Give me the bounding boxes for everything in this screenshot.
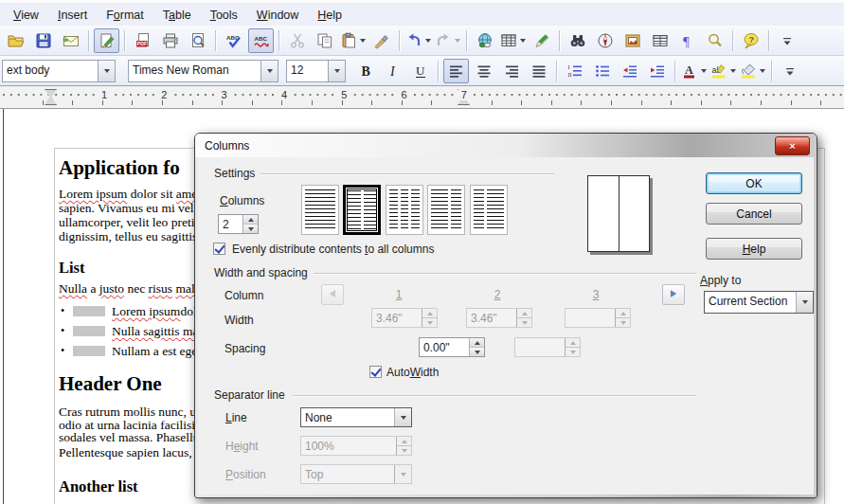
highlighting-button[interactable]: ab [709,59,737,83]
close-button[interactable]: × [775,136,810,155]
dropdown-arrow-icon[interactable] [520,39,526,43]
autowidth-checkbox[interactable] [369,366,382,378]
align-left-button[interactable] [443,59,469,83]
font-size-value[interactable]: 12 [287,61,328,81]
spin-up-icon[interactable] [470,338,484,348]
spin-up-icon[interactable] [243,215,258,225]
paste-button[interactable] [339,28,367,53]
dropdown-arrow-icon[interactable] [425,39,431,43]
hyperlink-button[interactable] [472,28,497,53]
draw-functions-button[interactable] [529,28,554,53]
copy-button[interactable] [312,28,337,53]
bold-button[interactable]: B [352,59,378,83]
settings-group-label: Settings [214,167,255,180]
page-preview-button[interactable] [185,28,210,53]
left-indent-marker[interactable] [45,89,57,105]
evenly-distribute-checkbox[interactable] [213,243,225,255]
spacing-value-1[interactable]: 0.00" [420,338,469,356]
menu-table[interactable]: Table [153,6,201,25]
dropdown-arrow-icon[interactable] [760,69,765,73]
paragraph-style-value[interactable]: ext body [3,61,98,81]
edit-file-button[interactable] [94,28,119,53]
spin-down-icon[interactable] [470,348,484,356]
separator-line-value[interactable]: None [301,408,394,426]
align-center-button[interactable] [471,59,496,83]
zoom-button[interactable] [702,28,727,53]
font-color-button[interactable]: A [680,59,708,83]
cancel-button[interactable]: Cancel [706,203,802,225]
dropdown-arrow-icon[interactable] [360,39,366,43]
decrease-indent-button[interactable] [617,59,642,83]
spacing-spinner-1[interactable]: 0.00" [419,337,485,357]
cancel-button-label: Cancel [736,207,771,221]
field-shading-box [73,346,105,356]
preset-left-wide-button[interactable] [427,185,465,235]
numbered-list-button[interactable]: III [562,59,587,83]
export-pdf-button[interactable]: PDF [130,28,155,53]
background-color-button[interactable] [739,59,766,83]
formatting-marks-button[interactable]: ¶ [674,28,700,53]
preset-two-columns-button[interactable] [343,185,381,235]
dropdown-arrow-icon[interactable] [455,39,460,43]
italic-icon: I [385,63,402,80]
spelling-button[interactable]: ABC [221,28,246,53]
italic-button[interactable]: I [380,59,405,83]
menu-insert[interactable]: Insert [48,6,97,25]
menu-help[interactable]: Help [308,6,351,25]
email-button[interactable] [58,28,83,53]
toolbar-options-button[interactable] [774,28,799,53]
auto-spellcheck-button[interactable]: ABC [248,28,274,53]
bullet-list-button[interactable] [589,59,615,83]
ok-button[interactable]: OK [706,172,802,194]
spin-down-icon[interactable] [243,225,258,233]
chevron-down-icon[interactable] [98,61,115,81]
gallery-button[interactable] [620,28,645,53]
preset-right-wide-button[interactable] [470,185,508,235]
chevron-down-icon[interactable] [260,61,278,81]
columns-count-spinner[interactable]: 2 [218,214,259,234]
insert-table-button[interactable] [499,28,527,53]
group-rule [293,395,696,396]
font-name-value[interactable]: Times New Roman [129,61,260,81]
apply-to-select[interactable]: Current Section [704,291,814,314]
dropdown-arrow-icon[interactable] [730,69,736,73]
columns-count-value[interactable]: 2 [219,215,242,233]
dialog-titlebar[interactable]: Columns × [195,134,817,157]
increase-indent-button[interactable] [644,59,670,83]
document-canvas[interactable]: Application foLorem ipsum dolor sit amet… [0,109,844,504]
preset-three-columns-button[interactable] [386,185,423,235]
paragraph-style-combo[interactable]: ext body [2,60,116,82]
data-sources-button[interactable] [647,28,673,53]
justify-button[interactable] [526,59,551,83]
dropdown-arrow-icon[interactable] [701,69,707,73]
underline-button[interactable]: U [407,59,433,83]
format-paintbrush-button[interactable] [368,28,394,53]
menu-tools[interactable]: Tools [201,6,247,25]
font-size-combo[interactable]: 12 [286,60,346,82]
font-name-combo[interactable]: Times New Roman [128,60,278,82]
save-button[interactable] [30,28,56,53]
find-replace-button[interactable] [565,28,590,53]
toolbar-separator [278,30,279,51]
menu-view[interactable]: View [4,6,48,25]
navigator-button[interactable] [592,28,618,53]
help-button[interactable]: ? [738,28,763,53]
help-button[interactable]: Help [706,238,802,260]
undo-button[interactable] [404,28,432,53]
horizontal-ruler[interactable]: 1234567 [0,86,844,109]
open-button[interactable] [3,28,28,53]
align-right-button[interactable] [498,59,524,83]
print-button[interactable] [157,28,183,53]
apply-to-value[interactable]: Current Section [705,292,796,313]
next-column-button[interactable] [662,284,685,305]
chevron-down-icon[interactable] [328,61,345,81]
menu-window[interactable]: Window [247,6,308,25]
spin-up-icon [422,309,437,318]
chevron-down-icon[interactable] [394,408,411,426]
preset-one-column-button[interactable] [301,185,339,235]
toolbar-options-button[interactable] [777,59,802,83]
separator-line-select[interactable]: None [300,407,412,427]
chevron-down-icon[interactable] [796,292,813,313]
menu-format[interactable]: Format [97,6,153,25]
toolbar-separator [466,30,467,51]
